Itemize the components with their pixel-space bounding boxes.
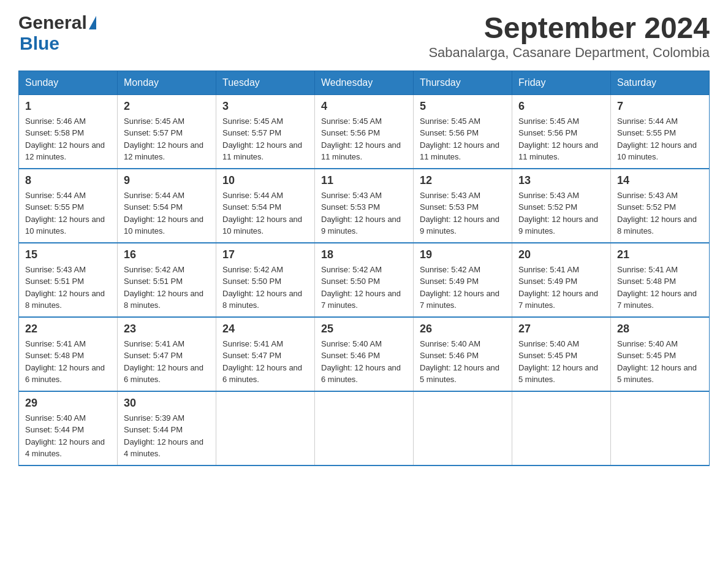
day-number: 6 bbox=[518, 100, 604, 113]
day-info: Sunrise: 5:42 AMSunset: 5:51 PMDaylight:… bbox=[124, 265, 203, 310]
calendar-table: SundayMondayTuesdayWednesdayThursdayFrid… bbox=[18, 71, 710, 466]
day-number: 24 bbox=[222, 323, 308, 335]
day-info: Sunrise: 5:41 AMSunset: 5:47 PMDaylight:… bbox=[222, 339, 302, 385]
calendar-cell: 19 Sunrise: 5:42 AMSunset: 5:49 PMDaylig… bbox=[414, 243, 512, 317]
page-header: General Blue September 2024 Sabanalarga,… bbox=[18, 12, 710, 61]
day-info: Sunrise: 5:43 AMSunset: 5:53 PMDaylight:… bbox=[420, 191, 499, 236]
day-number: 12 bbox=[420, 174, 506, 187]
day-info: Sunrise: 5:46 AMSunset: 5:58 PMDaylight:… bbox=[25, 117, 105, 162]
day-info: Sunrise: 5:41 AMSunset: 5:49 PMDaylight:… bbox=[518, 265, 598, 310]
day-of-week-sunday: Sunday bbox=[19, 71, 118, 94]
day-info: Sunrise: 5:40 AMSunset: 5:45 PMDaylight:… bbox=[518, 339, 598, 385]
day-number: 27 bbox=[518, 323, 604, 335]
day-info: Sunrise: 5:42 AMSunset: 5:50 PMDaylight:… bbox=[321, 265, 401, 310]
calendar-week-row: 1 Sunrise: 5:46 AMSunset: 5:58 PMDayligh… bbox=[19, 94, 710, 169]
calendar-cell: 10 Sunrise: 5:44 AMSunset: 5:54 PMDaylig… bbox=[216, 169, 315, 243]
calendar-cell: 8 Sunrise: 5:44 AMSunset: 5:55 PMDayligh… bbox=[19, 169, 118, 243]
calendar-cell: 30 Sunrise: 5:39 AMSunset: 5:44 PMDaylig… bbox=[118, 391, 216, 465]
day-of-week-wednesday: Wednesday bbox=[315, 71, 414, 94]
calendar-week-row: 29 Sunrise: 5:40 AMSunset: 5:44 PMDaylig… bbox=[19, 391, 710, 465]
day-number: 30 bbox=[124, 397, 210, 410]
day-number: 21 bbox=[617, 248, 703, 261]
day-of-week-friday: Friday bbox=[512, 71, 611, 94]
calendar-cell: 26 Sunrise: 5:40 AMSunset: 5:46 PMDaylig… bbox=[414, 317, 512, 391]
logo-blue-text: Blue bbox=[20, 33, 59, 53]
calendar-cell: 6 Sunrise: 5:45 AMSunset: 5:56 PMDayligh… bbox=[512, 94, 611, 169]
day-number: 29 bbox=[25, 397, 111, 410]
day-of-week-thursday: Thursday bbox=[414, 71, 512, 94]
day-number: 19 bbox=[420, 248, 506, 261]
day-info: Sunrise: 5:43 AMSunset: 5:51 PMDaylight:… bbox=[25, 265, 105, 310]
day-number: 3 bbox=[222, 100, 308, 113]
calendar-week-row: 15 Sunrise: 5:43 AMSunset: 5:51 PMDaylig… bbox=[19, 243, 710, 317]
day-number: 8 bbox=[25, 174, 111, 187]
day-number: 25 bbox=[321, 323, 407, 335]
day-number: 23 bbox=[124, 323, 210, 335]
calendar-cell bbox=[315, 391, 414, 465]
day-number: 17 bbox=[222, 248, 308, 261]
day-number: 26 bbox=[420, 323, 506, 335]
day-info: Sunrise: 5:42 AMSunset: 5:50 PMDaylight:… bbox=[222, 265, 302, 310]
day-info: Sunrise: 5:40 AMSunset: 5:45 PMDaylight:… bbox=[617, 339, 697, 385]
day-info: Sunrise: 5:40 AMSunset: 5:46 PMDaylight:… bbox=[321, 339, 401, 385]
day-info: Sunrise: 5:45 AMSunset: 5:56 PMDaylight:… bbox=[518, 117, 598, 162]
day-number: 18 bbox=[321, 248, 407, 261]
calendar-cell: 14 Sunrise: 5:43 AMSunset: 5:52 PMDaylig… bbox=[611, 169, 710, 243]
calendar-cell: 27 Sunrise: 5:40 AMSunset: 5:45 PMDaylig… bbox=[512, 317, 611, 391]
day-info: Sunrise: 5:44 AMSunset: 5:54 PMDaylight:… bbox=[222, 191, 302, 236]
calendar-cell: 12 Sunrise: 5:43 AMSunset: 5:53 PMDaylig… bbox=[414, 169, 512, 243]
day-number: 14 bbox=[617, 174, 703, 187]
day-number: 5 bbox=[420, 100, 506, 113]
calendar-cell: 3 Sunrise: 5:45 AMSunset: 5:57 PMDayligh… bbox=[216, 94, 315, 169]
calendar-cell: 21 Sunrise: 5:41 AMSunset: 5:48 PMDaylig… bbox=[611, 243, 710, 317]
logo-arrow-icon bbox=[89, 16, 96, 29]
calendar-cell: 2 Sunrise: 5:45 AMSunset: 5:57 PMDayligh… bbox=[118, 94, 216, 169]
calendar-cell: 1 Sunrise: 5:46 AMSunset: 5:58 PMDayligh… bbox=[19, 94, 118, 169]
calendar-cell: 24 Sunrise: 5:41 AMSunset: 5:47 PMDaylig… bbox=[216, 317, 315, 391]
calendar-cell: 17 Sunrise: 5:42 AMSunset: 5:50 PMDaylig… bbox=[216, 243, 315, 317]
calendar-cell: 22 Sunrise: 5:41 AMSunset: 5:48 PMDaylig… bbox=[19, 317, 118, 391]
day-info: Sunrise: 5:40 AMSunset: 5:44 PMDaylight:… bbox=[25, 413, 105, 459]
calendar-cell bbox=[512, 391, 611, 465]
day-number: 4 bbox=[321, 100, 407, 113]
calendar-cell: 9 Sunrise: 5:44 AMSunset: 5:54 PMDayligh… bbox=[118, 169, 216, 243]
day-of-week-tuesday: Tuesday bbox=[216, 71, 315, 94]
calendar-cell: 25 Sunrise: 5:40 AMSunset: 5:46 PMDaylig… bbox=[315, 317, 414, 391]
calendar-cell bbox=[216, 391, 315, 465]
day-info: Sunrise: 5:45 AMSunset: 5:57 PMDaylight:… bbox=[124, 117, 203, 162]
calendar-cell: 18 Sunrise: 5:42 AMSunset: 5:50 PMDaylig… bbox=[315, 243, 414, 317]
day-info: Sunrise: 5:41 AMSunset: 5:48 PMDaylight:… bbox=[25, 339, 105, 385]
day-info: Sunrise: 5:41 AMSunset: 5:48 PMDaylight:… bbox=[617, 265, 697, 310]
day-info: Sunrise: 5:39 AMSunset: 5:44 PMDaylight:… bbox=[124, 413, 203, 459]
day-of-week-saturday: Saturday bbox=[611, 71, 710, 94]
logo: General Blue bbox=[18, 12, 96, 54]
day-info: Sunrise: 5:45 AMSunset: 5:56 PMDaylight:… bbox=[420, 117, 499, 162]
day-number: 15 bbox=[25, 248, 111, 261]
day-number: 16 bbox=[124, 248, 210, 261]
calendar-header-row: SundayMondayTuesdayWednesdayThursdayFrid… bbox=[19, 71, 710, 94]
day-number: 2 bbox=[124, 100, 210, 113]
calendar-cell: 13 Sunrise: 5:43 AMSunset: 5:52 PMDaylig… bbox=[512, 169, 611, 243]
day-info: Sunrise: 5:45 AMSunset: 5:56 PMDaylight:… bbox=[321, 117, 401, 162]
day-info: Sunrise: 5:44 AMSunset: 5:54 PMDaylight:… bbox=[124, 191, 203, 236]
calendar-cell: 4 Sunrise: 5:45 AMSunset: 5:56 PMDayligh… bbox=[315, 94, 414, 169]
day-info: Sunrise: 5:43 AMSunset: 5:52 PMDaylight:… bbox=[617, 191, 697, 236]
calendar-cell: 11 Sunrise: 5:43 AMSunset: 5:53 PMDaylig… bbox=[315, 169, 414, 243]
day-info: Sunrise: 5:43 AMSunset: 5:52 PMDaylight:… bbox=[518, 191, 598, 236]
calendar-cell: 28 Sunrise: 5:40 AMSunset: 5:45 PMDaylig… bbox=[611, 317, 710, 391]
calendar-week-row: 8 Sunrise: 5:44 AMSunset: 5:55 PMDayligh… bbox=[19, 169, 710, 243]
day-info: Sunrise: 5:42 AMSunset: 5:49 PMDaylight:… bbox=[420, 265, 499, 310]
day-info: Sunrise: 5:44 AMSunset: 5:55 PMDaylight:… bbox=[25, 191, 105, 236]
day-number: 7 bbox=[617, 100, 703, 113]
day-info: Sunrise: 5:41 AMSunset: 5:47 PMDaylight:… bbox=[124, 339, 203, 385]
calendar-cell: 7 Sunrise: 5:44 AMSunset: 5:55 PMDayligh… bbox=[611, 94, 710, 169]
month-year-title: September 2024 bbox=[428, 12, 710, 45]
calendar-week-row: 22 Sunrise: 5:41 AMSunset: 5:48 PMDaylig… bbox=[19, 317, 710, 391]
day-of-week-monday: Monday bbox=[118, 71, 216, 94]
day-info: Sunrise: 5:44 AMSunset: 5:55 PMDaylight:… bbox=[617, 117, 697, 162]
calendar-cell: 16 Sunrise: 5:42 AMSunset: 5:51 PMDaylig… bbox=[118, 243, 216, 317]
logo-general-text: General bbox=[18, 12, 87, 33]
day-number: 9 bbox=[124, 174, 210, 187]
day-info: Sunrise: 5:43 AMSunset: 5:53 PMDaylight:… bbox=[321, 191, 401, 236]
day-number: 22 bbox=[25, 323, 111, 335]
